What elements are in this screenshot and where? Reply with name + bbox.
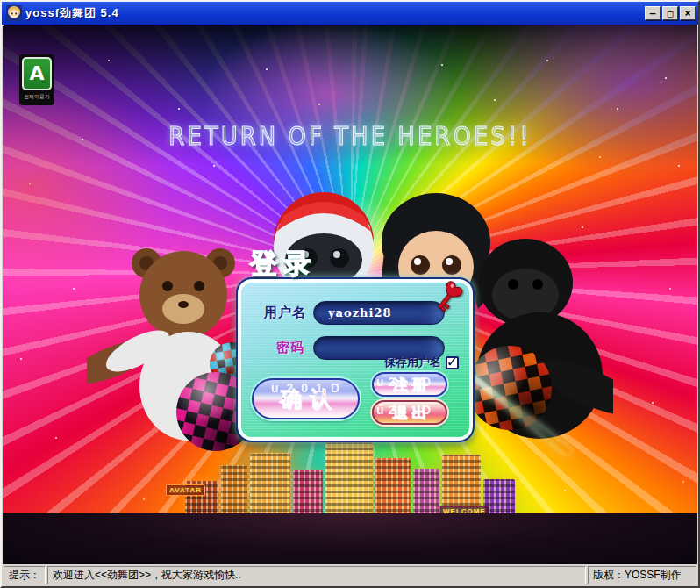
username-label: 用户名 (264, 305, 306, 321)
status-bar: 提示： 欢迎进入<<劲舞团>>，祝大家游戏愉快.. 版权：YOSSF制作 (2, 564, 698, 586)
key-icon (436, 281, 466, 316)
maximize-button[interactable]: □ (662, 6, 678, 20)
age-rating-badge: A 전체이용가 (19, 54, 54, 105)
save-username-checkbox[interactable]: ✓ (446, 356, 459, 369)
close-button[interactable]: × (680, 6, 696, 20)
game-canvas: A 전체이용가 RETURN OF THE HEROES!! AVATAR WE… (3, 25, 697, 564)
save-username-row: 保存用户名 ✓ (238, 355, 459, 370)
copyright-label: 版权：YOSSF制作 (588, 566, 696, 584)
starfield (3, 25, 4, 26)
save-username-label: 保存用户名 (384, 355, 441, 370)
app-icon (6, 5, 22, 21)
exit-button[interactable]: 退出 (372, 400, 447, 425)
status-message: 欢迎进入<<劲舞团>>，祝大家游戏愉快.. (47, 566, 586, 584)
title-bar: yossf劲舞团 5.4 – □ × (2, 2, 698, 25)
age-rating-letter: A (29, 64, 44, 83)
slogan-banner: RETURN OF THE HEROES!! (3, 121, 697, 151)
age-rating-icon: A (22, 57, 52, 90)
confirm-button[interactable]: 确认 (252, 378, 360, 419)
register-button[interactable]: 注册 (372, 372, 447, 397)
app-window: yossf劲舞团 5.4 – □ × (0, 0, 700, 588)
city-sign-avatar: AVATAR (166, 484, 205, 496)
status-prefix: 提示： (4, 566, 46, 584)
username-input[interactable] (313, 301, 445, 325)
dark-floor (3, 513, 697, 564)
login-title: 登录 (250, 246, 317, 283)
minimize-button[interactable]: – (645, 6, 661, 20)
age-rating-caption: 전체이용가 (24, 93, 50, 101)
window-title: yossf劲舞团 5.4 (25, 5, 645, 21)
login-panel: 用户名 密码 保存用户名 ✓ 确认 注册 退出 (236, 277, 475, 442)
